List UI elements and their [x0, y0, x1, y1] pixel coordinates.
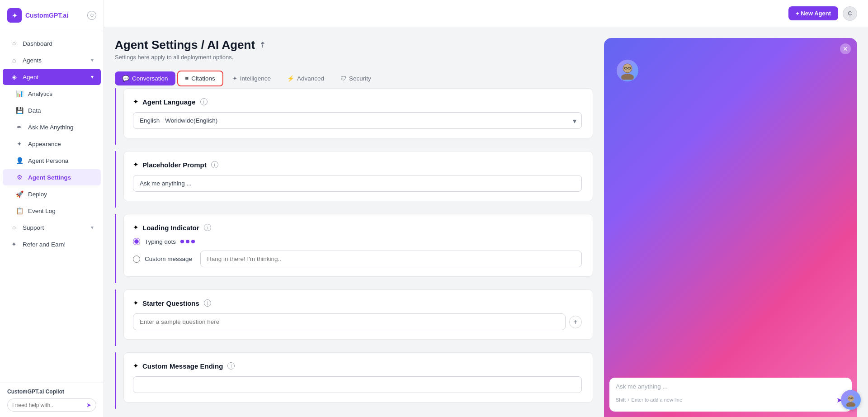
persona-icon: 👤 [15, 157, 24, 164]
copilot-input[interactable] [12, 402, 84, 408]
dot-1 [180, 240, 184, 243]
radio-custom-message-input[interactable] [133, 256, 140, 263]
sidebar-item-dashboard[interactable]: ○ Dashboard [3, 35, 101, 52]
purple-bar-placeholder [115, 151, 116, 208]
custom-message-ending-title: Custom Message Ending [142, 362, 223, 370]
loading-title-row: ✦ Loading Indicator i [133, 223, 582, 232]
sidebar-item-deploy[interactable]: 🚀 Deploy [3, 186, 101, 202]
custom-message-ending-card: ✦ Custom Message Ending i [123, 352, 593, 409]
radio-typing-dots: Typing dots [133, 238, 582, 245]
starter-questions-card-inner: ✦ Starter Questions i + [123, 289, 593, 340]
placeholder-title: Placeholder Prompt [142, 161, 207, 169]
copilot-send-icon[interactable]: ➤ [86, 402, 91, 408]
svg-point-3 [621, 74, 634, 80]
purple-bar-starter [115, 289, 116, 346]
language-select[interactable]: English - Worldwide(English) French Span… [133, 112, 582, 129]
chat-hint-text: Shift + Enter to add a new line [616, 397, 682, 403]
logo[interactable]: ✦ CustomGPT.ai [7, 8, 68, 23]
svg-text:✦: ✦ [12, 12, 18, 19]
conversation-tab-icon: 💬 [122, 75, 129, 82]
settings-icon: ⚙ [15, 174, 24, 181]
copilot-title: CustomGPT.ai Copilot [7, 389, 96, 395]
chat-agent-avatar [617, 60, 638, 81]
starter-questions-title-row: ✦ Starter Questions i [133, 299, 582, 307]
dashboard-icon: ○ [10, 40, 18, 47]
intelligence-tab-icon: ✦ [232, 75, 237, 82]
custom-message-input[interactable] [200, 251, 582, 267]
content-area: Agent Settings / AI Agent ⇡ Settings her… [104, 27, 868, 417]
custom-message-ending-input[interactable] [133, 376, 582, 393]
agent-icon: ◈ [10, 73, 18, 81]
loading-title: Loading Indicator [142, 224, 199, 232]
chevron-down-icon: ▾ [91, 57, 94, 63]
tab-conversation[interactable]: 💬 Conversation [115, 71, 175, 85]
deploy-icon: 🚀 [15, 190, 24, 198]
tab-advanced-label: Advanced [297, 75, 324, 82]
info-icon-placeholder[interactable]: i [211, 161, 218, 168]
purple-bar-loading [115, 214, 116, 283]
sidebar-item-label: Agents [23, 57, 42, 64]
tab-conversation-label: Conversation [132, 75, 168, 82]
agent-language-card: ✦ Agent Language i English - Worldwide(E… [123, 88, 593, 145]
info-icon-loading[interactable]: i [204, 224, 211, 231]
sidebar-logo-area: ✦ CustomGPT.ai ⏱ [0, 0, 104, 31]
sidebar-item-agents[interactable]: ⌂ Agents ▾ [3, 52, 101, 68]
tab-citations[interactable]: ≡ Citations [177, 71, 223, 86]
user-avatar-button[interactable]: C [843, 6, 857, 21]
starter-question-row: + [133, 313, 582, 330]
main-content: + New Agent C Agent Settings / AI Agent … [104, 0, 868, 417]
sidebar-item-refer[interactable]: ✦ Refer and Earn! [3, 236, 101, 252]
loading-card: ✦ Loading Indicator i Typing dots [123, 214, 593, 283]
sidebar-item-ask-me-anything[interactable]: ✒ Ask Me Anything [3, 119, 101, 135]
info-icon-starter[interactable]: i [204, 299, 211, 307]
sidebar-item-agent-settings[interactable]: ⚙ Agent Settings [3, 169, 101, 185]
loading-indicator-section: ✦ Loading Indicator i Typing dots [115, 214, 593, 283]
security-tab-icon: 🛡 [340, 75, 346, 82]
sidebar-item-label: Analytics [28, 90, 52, 97]
appearance-icon: ✦ [15, 140, 24, 147]
sidebar-item-label: Deploy [28, 191, 47, 198]
sidebar-item-label: Dashboard [23, 40, 52, 47]
sidebar-item-event-log[interactable]: 📋 Event Log [3, 203, 101, 219]
svg-point-9 [846, 402, 855, 407]
bottom-avatar[interactable] [841, 390, 861, 410]
sidebar-item-label: Event Log [28, 208, 56, 214]
tab-security[interactable]: 🛡 Security [333, 71, 378, 85]
chat-close-button[interactable]: ✕ [840, 43, 851, 54]
info-icon-ending[interactable]: i [227, 362, 235, 370]
sidebar-item-support[interactable]: ○ Support ▾ [3, 219, 101, 236]
new-agent-button[interactable]: + New Agent [788, 6, 838, 20]
placeholder-card: ✦ Placeholder Prompt i [123, 151, 593, 208]
custom-message-ending-title-row: ✦ Custom Message Ending i [133, 362, 582, 370]
info-icon-language[interactable]: i [200, 98, 208, 105]
tab-intelligence[interactable]: ✦ Intelligence [225, 71, 278, 85]
clock-icon[interactable]: ⏱ [87, 11, 96, 20]
chat-messages-area [604, 81, 857, 378]
starter-question-input[interactable] [133, 313, 566, 330]
chat-input-field[interactable] [616, 383, 845, 390]
starter-questions-section: ✦ Starter Questions i + [115, 289, 593, 346]
logo-text: CustomGPT.ai [25, 12, 68, 19]
placeholder-input[interactable] [133, 175, 582, 192]
event-log-icon: 📋 [15, 207, 24, 214]
purple-bar-ending [115, 352, 116, 409]
tab-citations-label: Citations [191, 75, 215, 82]
sidebar-item-agent[interactable]: ◈ Agent ▾ [3, 69, 101, 85]
tab-advanced[interactable]: ⚡ Advanced [280, 71, 331, 85]
share-icon[interactable]: ⇡ [259, 41, 265, 49]
analytics-icon: 📊 [15, 90, 24, 97]
radio-typing-dots-input[interactable] [133, 238, 140, 245]
page-title-row: Agent Settings / AI Agent ⇡ [115, 38, 593, 52]
sidebar-item-data[interactable]: 💾 Data [3, 102, 101, 118]
support-icon: ○ [10, 224, 18, 231]
sidebar-item-appearance[interactable]: ✦ Appearance [3, 136, 101, 152]
add-starter-question-button[interactable]: + [569, 316, 582, 328]
starter-questions-title: Starter Questions [142, 299, 199, 307]
logo-icon: ✦ [7, 8, 22, 23]
sidebar-item-analytics[interactable]: 📊 Analytics [3, 85, 101, 102]
sidebar-item-agent-persona[interactable]: 👤 Agent Persona [3, 152, 101, 169]
radio-custom-message-label: Custom message [145, 256, 192, 262]
chat-preview-header: ✕ [604, 38, 857, 60]
settings-scroll-wrapper: ✦ Agent Language i English - Worldwide(E… [115, 86, 593, 417]
preview-panel: ✕ [604, 38, 857, 417]
